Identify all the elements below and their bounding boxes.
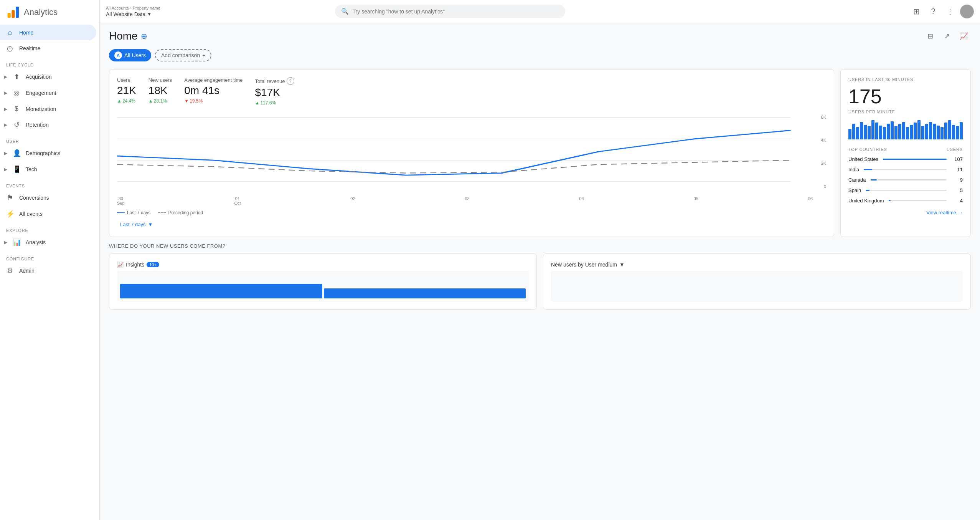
sidebar-item-admin[interactable]: ⚙ Admin xyxy=(0,263,96,279)
sidebar-retention-label: Retention xyxy=(26,122,90,128)
mini-bar-item xyxy=(883,127,886,139)
country-bar-container xyxy=(871,179,947,181)
help-button[interactable]: ? xyxy=(926,5,940,18)
revenue-help-icon[interactable]: ? xyxy=(287,77,294,85)
svg-rect-1 xyxy=(12,10,15,18)
all-users-avatar: A xyxy=(114,51,122,59)
sidebar-item-demographics[interactable]: ▶ 👤 Demographics xyxy=(0,145,96,161)
sidebar-item-realtime[interactable]: ◷ Realtime xyxy=(0,40,96,56)
realtime-count: 175 xyxy=(848,85,963,108)
dashboard-grid: Users 21K ▲ 24.4% New users 18K ▲ xyxy=(109,69,971,237)
stat-avg-engagement-label: Average engagement time xyxy=(184,77,243,83)
app-name: Analytics xyxy=(24,7,58,17)
mini-bar-item xyxy=(944,123,947,139)
country-bar-container xyxy=(883,159,947,160)
app-logo[interactable]: Analytics xyxy=(0,0,99,25)
page-header: Home ⊕ ⊟ ↗ 📈 xyxy=(109,29,971,43)
country-name: Spain xyxy=(848,187,861,193)
all-users-chip[interactable]: A All Users xyxy=(109,49,151,61)
country-name: United Kingdom xyxy=(848,198,884,204)
sidebar-item-home[interactable]: ⌂ Home xyxy=(0,25,96,40)
more-options-button[interactable]: ⋮ xyxy=(943,5,957,18)
stat-new-users-value: 18K xyxy=(148,84,172,97)
sidebar-demographics-label: Demographics xyxy=(26,150,90,156)
stat-total-revenue: Total revenue ? $17K ▲ 117.6% xyxy=(255,77,294,106)
sidebar-item-engagement[interactable]: ▶ ◎ Engagement xyxy=(0,85,96,101)
country-row: India 11 xyxy=(848,167,963,172)
country-count: 4 xyxy=(951,198,963,204)
sidebar-item-analysis[interactable]: ▶ 📊 Analysis xyxy=(0,234,96,250)
country-bar xyxy=(866,190,869,191)
country-bar xyxy=(883,159,947,160)
stats-row: Users 21K ▲ 24.4% New users 18K ▲ xyxy=(117,77,826,106)
mini-bar-item xyxy=(948,120,951,139)
tech-chevron-icon: ▶ xyxy=(4,167,7,172)
mini-bar-item xyxy=(914,123,917,139)
country-bar xyxy=(889,200,891,201)
bottom-section: WHERE DO YOUR NEW USERS COME FROM? 📈 Ins… xyxy=(109,243,971,310)
mini-bar-item xyxy=(910,125,913,139)
realtime-subtitle: USERS PER MINUTE xyxy=(848,109,963,114)
mini-bar-item xyxy=(940,127,944,139)
stat-users-change-value: 24.4% xyxy=(122,98,135,104)
country-row: Canada 9 xyxy=(848,177,963,183)
date-range-selector[interactable]: Last 7 days ▼ xyxy=(117,220,826,229)
stat-avg-engagement: Average engagement time 0m 41s ▼ 19.5% xyxy=(184,77,243,106)
mini-bar-item xyxy=(956,126,959,139)
mini-bar-item xyxy=(921,126,924,139)
countries-header: TOP COUNTRIES USERS xyxy=(848,147,963,152)
country-bar xyxy=(864,169,872,170)
view-realtime-link[interactable]: View realtime → xyxy=(848,210,963,215)
country-bar xyxy=(871,179,877,181)
chart-y-labels: 6K 4K 2K 0 xyxy=(813,113,826,190)
add-comparison-button[interactable]: Add comparison + xyxy=(155,49,211,61)
country-name: India xyxy=(848,167,859,172)
property-selector[interactable]: All Website Data ▼ xyxy=(106,11,160,17)
mini-bar-item xyxy=(868,126,871,139)
page-title-icon: ⊕ xyxy=(141,31,147,41)
conversions-icon: ⚑ xyxy=(6,194,14,202)
grid-menu-button[interactable]: ⊞ xyxy=(909,5,923,18)
engagement-down-arrow: ▼ xyxy=(184,98,189,104)
insights-card-title: 📈 Insights 10+ xyxy=(117,262,529,268)
add-comparison-label: Add comparison xyxy=(161,52,200,58)
insights-chart-preview xyxy=(117,271,529,301)
mini-bar-item xyxy=(852,124,855,139)
mini-bar-item xyxy=(879,126,882,139)
analysis-chevron-icon: ▶ xyxy=(4,240,7,245)
share-button[interactable]: ↗ xyxy=(940,29,954,43)
sidebar-item-all-events[interactable]: ⚡ All events xyxy=(0,206,96,222)
all-users-label: All Users xyxy=(124,52,146,58)
x-label-oct01: 01 Oct xyxy=(234,196,241,205)
x-label-oct06: 06 xyxy=(808,196,813,205)
country-row: United States 107 xyxy=(848,156,963,162)
customize-dashboard-button[interactable]: ⊟ xyxy=(923,29,937,43)
sidebar-item-retention[interactable]: ▶ ↺ Retention xyxy=(0,117,96,133)
stats-chart-card: Users 21K ▲ 24.4% New users 18K ▲ xyxy=(109,69,834,237)
legend-solid-line xyxy=(117,212,125,213)
mini-bar-item xyxy=(891,121,894,139)
search-input[interactable] xyxy=(353,8,559,15)
insights-button[interactable]: 📈 xyxy=(957,29,971,43)
mini-bar-item xyxy=(925,124,928,139)
mini-bar-item xyxy=(898,124,901,139)
admin-icon: ⚙ xyxy=(6,267,14,275)
legend-last7: Last 7 days xyxy=(117,210,150,215)
engagement-chevron-icon: ▶ xyxy=(4,90,7,96)
mini-bar-item xyxy=(856,127,859,139)
realtime-bar-chart xyxy=(848,120,963,139)
x-label-oct02: 02 xyxy=(350,196,355,205)
new-users-label: New users by User medium xyxy=(551,262,617,268)
sidebar-item-tech[interactable]: ▶ 📱 Tech xyxy=(0,161,96,177)
sidebar-item-acquisition[interactable]: ▶ ⬆ Acquisition xyxy=(0,69,96,85)
x-label-oct04: 04 xyxy=(579,196,584,205)
insights-label: Insights xyxy=(126,262,144,268)
sidebar-item-conversions[interactable]: ⚑ Conversions xyxy=(0,190,96,206)
mini-bar-item xyxy=(871,120,874,139)
stat-users: Users 21K ▲ 24.4% xyxy=(117,77,136,106)
mini-bar-item xyxy=(937,126,940,139)
avatar[interactable] xyxy=(960,5,974,18)
sidebar-all-events-label: All events xyxy=(19,211,90,217)
sidebar-item-monetization[interactable]: ▶ $ Monetization xyxy=(0,101,96,117)
stat-new-users-label: New users xyxy=(148,77,172,83)
